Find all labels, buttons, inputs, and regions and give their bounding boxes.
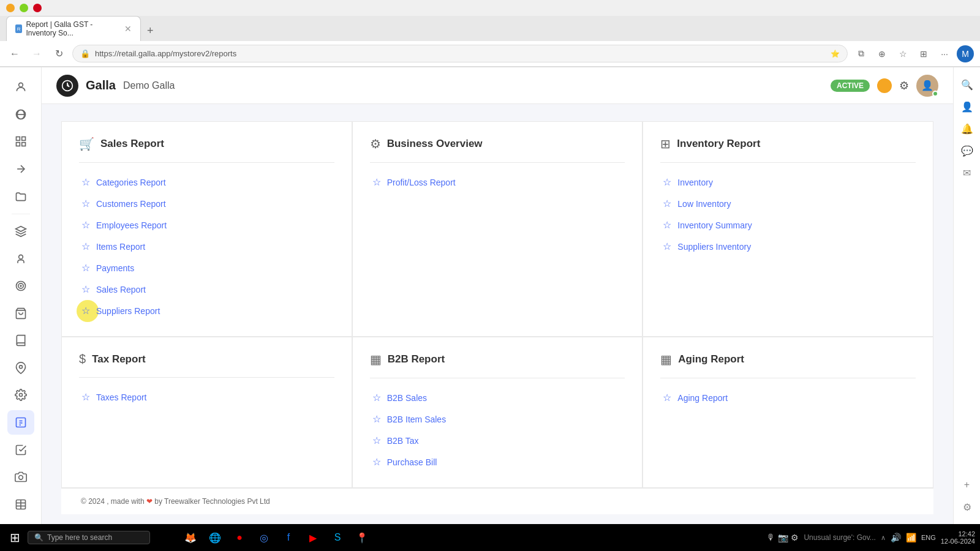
sidebar-item-folder[interactable]	[7, 184, 34, 209]
taskbar-start-button[interactable]: ⊞	[5, 528, 25, 547]
purchase-bill-link[interactable]: Purchase Bill	[387, 457, 437, 467]
sidebar-item-person[interactable]	[7, 246, 34, 271]
customers-report-link[interactable]: Customers Report	[96, 199, 166, 209]
right-panel-email[interactable]: ✉	[957, 163, 977, 182]
inventory-summary-star-icon[interactable]: ☆	[663, 219, 671, 231]
nav-collection-button[interactable]: ⊞	[915, 45, 932, 62]
taskbar-app-edge[interactable]: 🌐	[204, 527, 226, 549]
sidebar-item-tasks[interactable]	[7, 437, 34, 462]
low-inventory-link[interactable]: Low Inventory	[677, 199, 731, 209]
close-button[interactable]: ✕	[33, 4, 42, 12]
payments-item[interactable]: ☆ Payments	[79, 257, 334, 279]
nav-extensions-button[interactable]: ⧉	[853, 45, 870, 62]
nav-account-button[interactable]: M	[957, 45, 974, 62]
taskbar-camera-icon[interactable]: 📷	[778, 533, 788, 542]
suppliers-inventory-star-icon[interactable]: ☆	[663, 241, 671, 252]
inventory-summary-link[interactable]: Inventory Summary	[677, 220, 752, 230]
address-bar[interactable]: 🔒 https://retail.galla.app/mystorev2/rep…	[72, 45, 848, 62]
sidebar-item-table[interactable]	[7, 492, 34, 517]
taxes-report-link[interactable]: Taxes Report	[96, 392, 146, 402]
payments-link[interactable]: Payments	[96, 263, 134, 273]
sidebar-item-target[interactable]	[7, 274, 34, 299]
taskbar-app-skype[interactable]: S	[326, 527, 349, 549]
taskbar-arrow-up[interactable]: ∧	[881, 534, 886, 542]
low-inventory-star-icon[interactable]: ☆	[663, 198, 671, 209]
sidebar-item-bag[interactable]	[7, 301, 34, 326]
nav-profile-button[interactable]: ⊕	[873, 45, 891, 62]
aging-report-item[interactable]: ☆ Aging Report	[660, 387, 916, 408]
inventory-item[interactable]: ☆ Inventory	[660, 171, 916, 193]
sidebar-item-arrow[interactable]	[7, 157, 34, 182]
taskbar-search[interactable]: 🔍 Type here to search	[28, 531, 150, 544]
taxes-star-icon[interactable]: ☆	[81, 391, 90, 403]
suppliers-report-item[interactable]: ☆ Suppliers Report	[79, 300, 334, 321]
back-button[interactable]: ←	[6, 45, 23, 62]
b2b-tax-link[interactable]: B2B Tax	[387, 436, 419, 446]
nav-favorites-button[interactable]: ☆	[894, 45, 911, 62]
window-controls[interactable]: — □ ✕	[6, 4, 42, 12]
sidebar-item-globe[interactable]	[7, 102, 34, 127]
new-tab-button[interactable]: +	[141, 21, 160, 41]
profit-loss-item[interactable]: ☆ Profit/Loss Report	[370, 171, 625, 193]
taskbar-app-maps[interactable]: 📍	[351, 527, 373, 549]
b2b-item-sales-link[interactable]: B2B Item Sales	[387, 414, 447, 424]
customers-report-item[interactable]: ☆ Customers Report	[79, 193, 334, 214]
purchase-bill-item[interactable]: ☆ Purchase Bill	[370, 451, 625, 473]
right-panel-chat[interactable]: 💬	[957, 141, 977, 160]
suppliers-inventory-link[interactable]: Suppliers Inventory	[677, 242, 751, 252]
right-panel-user[interactable]: 👤	[957, 97, 977, 116]
aging-star-icon[interactable]: ☆	[663, 392, 671, 403]
minimize-button[interactable]: —	[6, 4, 15, 12]
nav-more-button[interactable]: ···	[936, 45, 953, 62]
sidebar-item-book[interactable]	[7, 328, 34, 353]
inventory-star-icon[interactable]: ☆	[663, 176, 671, 188]
payments-star-icon[interactable]: ☆	[81, 262, 90, 274]
sidebar-item-user[interactable]	[7, 75, 34, 100]
sales-report-link[interactable]: Sales Report	[96, 285, 146, 294]
taskbar-mic-icon[interactable]: 🎙	[767, 533, 775, 542]
sidebar-item-camera[interactable]	[7, 465, 34, 490]
avatar[interactable]: 👤	[916, 75, 938, 97]
forward-button[interactable]: →	[28, 45, 45, 62]
b2b-tax-item[interactable]: ☆ B2B Tax	[370, 430, 625, 451]
right-panel-search[interactable]: 🔍	[957, 75, 977, 94]
items-star-icon[interactable]: ☆	[81, 241, 90, 252]
categories-report-item[interactable]: ☆ Categories Report	[79, 171, 334, 193]
items-report-item[interactable]: ☆ Items Report	[79, 236, 334, 257]
taskbar-app-circle[interactable]: ●	[228, 527, 251, 549]
aging-report-link[interactable]: Aging Report	[677, 393, 728, 403]
right-panel-gear[interactable]: ⚙	[957, 497, 977, 517]
sales-star-icon[interactable]: ☆	[81, 283, 90, 295]
b2b-tax-star-icon[interactable]: ☆	[372, 435, 381, 446]
b2b-sales-item[interactable]: ☆ B2B Sales	[370, 387, 625, 408]
sidebar-item-reports[interactable]	[7, 410, 34, 435]
b2b-sales-star-icon[interactable]: ☆	[372, 392, 381, 403]
sidebar-item-grid[interactable]	[7, 129, 34, 154]
b2b-sales-link[interactable]: B2B Sales	[387, 393, 427, 403]
taxes-report-item[interactable]: ☆ Taxes Report	[79, 386, 334, 408]
active-tab[interactable]: R Report | Galla GST - Inventory So... ✕	[6, 16, 141, 41]
taskbar-app-fb[interactable]: f	[277, 527, 300, 549]
maximize-button[interactable]: □	[20, 4, 28, 12]
suppliers-inventory-item[interactable]: ☆ Suppliers Inventory	[660, 236, 916, 257]
purchase-bill-star-icon[interactable]: ☆	[372, 456, 381, 468]
suppliers-star-icon[interactable]: ☆	[81, 305, 90, 317]
b2b-item-sales-item[interactable]: ☆ B2B Item Sales	[370, 408, 625, 430]
sales-report-item[interactable]: ☆ Sales Report	[79, 279, 334, 300]
inventory-link[interactable]: Inventory	[677, 178, 713, 187]
employees-star-icon[interactable]: ☆	[81, 219, 90, 231]
profit-loss-star-icon[interactable]: ☆	[372, 176, 381, 188]
taskbar-app-youtube[interactable]: ▶	[302, 527, 324, 549]
sidebar-item-pin[interactable]	[7, 356, 34, 381]
b2b-item-sales-star-icon[interactable]: ☆	[372, 413, 381, 425]
right-panel-add[interactable]: +	[957, 475, 977, 495]
taskbar-notification-text[interactable]: Unusual surge': Gov...	[804, 533, 875, 542]
taskbar-settings-icon[interactable]: ⚙	[791, 533, 799, 542]
suppliers-report-link[interactable]: Suppliers Report	[96, 306, 160, 316]
customers-star-icon[interactable]: ☆	[81, 198, 90, 209]
right-panel-bell[interactable]: 🔔	[957, 119, 977, 138]
taskbar-app-task[interactable]: ⊞	[155, 527, 177, 549]
taskbar-app-firefox[interactable]: 🦊	[179, 527, 202, 549]
tab-close-icon[interactable]: ✕	[124, 24, 132, 34]
employees-report-link[interactable]: Employees Report	[96, 220, 167, 230]
